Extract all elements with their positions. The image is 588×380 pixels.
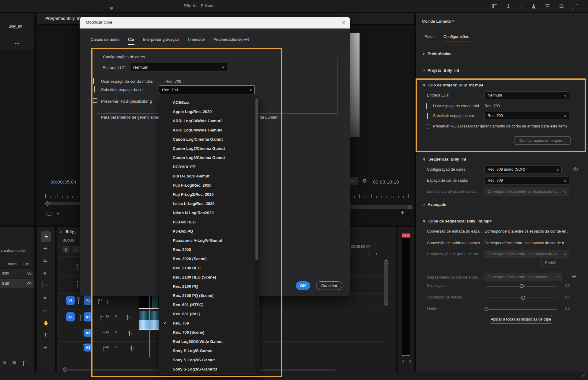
wrench-icon[interactable]: ⚙ (362, 178, 367, 184)
program-ruler-right[interactable] (347, 193, 411, 198)
timeline-vscrollbar[interactable] (384, 259, 388, 306)
table-row[interactable]: 0:00 00: (0, 279, 34, 288)
slip-tool[interactable]: ↔ (43, 282, 49, 288)
list-view-icon[interactable]: ▤ (2, 360, 6, 365)
option-dji-dlog[interactable]: DJI D-Log/D-Gamut (159, 171, 259, 180)
track-visibility-icon[interactable] (107, 299, 107, 305)
override-colorspace-radio[interactable] (427, 113, 428, 119)
option-fuji-flog2[interactable]: Fuji F-Log2/Rec. 2020 (159, 190, 259, 199)
option-nikon-nlog[interactable]: Nikon N-Log/Rec2020 (159, 208, 259, 217)
option-rec2020-scene[interactable]: Rec. 2020 (Scene) (159, 254, 259, 263)
threshold-slider-knob[interactable] (484, 307, 488, 311)
add-button-icon[interactable]: + (401, 209, 405, 217)
color-setup-dropdown[interactable]: Rec. 709 direto (SDR)∨ (484, 165, 562, 173)
option-acescct[interactable]: ACEScct (159, 98, 259, 107)
threshold-value[interactable]: 0,0 (560, 307, 570, 311)
option-dcdm-xyz[interactable]: DCDM X'Y'Z' (159, 162, 259, 171)
razor-tool[interactable]: ◈ (43, 270, 47, 276)
override-colorspace-radio[interactable] (94, 86, 95, 93)
override-colorspace-dropdown[interactable]: Rec. 709∨ (159, 86, 255, 94)
option-arri-logc4[interactable]: ARRI LogC4/Wide Gamut4 (159, 125, 259, 135)
voiceover-record-icon[interactable] (129, 330, 130, 336)
mute-button[interactable]: M (106, 330, 109, 334)
lut-dropdown[interactable]: Nenhum∨ (484, 91, 569, 99)
vscrollbar-knob-top[interactable] (384, 260, 388, 264)
mute-button[interactable]: M (106, 314, 109, 318)
voiceover-record-icon[interactable] (127, 314, 128, 320)
transform-tool[interactable]: ✛ (43, 345, 47, 350)
option-p3-d65-pq[interactable]: P3-D65 PQ (159, 226, 259, 236)
resize-grip[interactable] (582, 374, 586, 378)
timeline-timecode[interactable]: 00:00 (62, 238, 75, 243)
track-target-a2[interactable]: A2 (84, 329, 92, 337)
section-source-clip[interactable]: ∨Clip de origem: Billy_int.mp4 (423, 82, 483, 88)
section-advanced[interactable]: >Avançado (423, 202, 447, 207)
ok-button[interactable]: OK (296, 281, 310, 290)
ripple-edit-tool[interactable]: ⇆ (43, 258, 47, 264)
option-sony-slog2[interactable]: Sony S-Log2/S-Gamut (159, 355, 259, 364)
lut-dropdown[interactable]: Nenhum∨ (130, 63, 227, 71)
lock-icon[interactable] (80, 315, 81, 321)
option-rec601-pal[interactable]: Rec. 601 (PAL) (159, 309, 259, 318)
lock-icon[interactable] (77, 283, 78, 288)
pen-tool[interactable]: ✒ (43, 295, 47, 301)
source-patch-v1[interactable]: V1 (66, 296, 75, 305)
exposure-slider-knob[interactable] (520, 284, 524, 288)
meter-solo-labels[interactable]: S S (402, 359, 413, 363)
section-preferences[interactable]: >Preferências (423, 51, 451, 56)
option-rec2100-hlg-scene[interactable]: Rec. 2100 HLG (Scene) (159, 272, 259, 282)
track-target-a1[interactable]: A1 (84, 312, 92, 321)
lock-icon[interactable] (77, 265, 77, 271)
section-sequence-clip[interactable]: ∨Clipe de sequência: Billy_int.mp4 (423, 218, 492, 224)
tab-interpret-footage[interactable]: Interpretar gravação (143, 37, 179, 45)
fullscreen-icon[interactable]: ↗↙ (572, 4, 578, 9)
search-icon[interactable] (560, 4, 563, 8)
icon-view-icon[interactable]: ▦ (12, 360, 16, 365)
option-apple-log[interactable]: Apple Log/Rec. 2020 (159, 107, 259, 116)
tab-configuracoes[interactable]: Configurações (443, 34, 469, 39)
section-sequence[interactable]: ∨Seqüência: Billy_int (423, 156, 466, 162)
playhead[interactable] (149, 293, 150, 357)
program-scrollbar-left[interactable] (45, 202, 83, 205)
program-timecode-current[interactable]: 00:00:35:04 (51, 179, 77, 184)
tab-color[interactable]: Cor (128, 37, 134, 45)
preserve-rgb-checkbox[interactable] (93, 98, 97, 103)
safe-margins-icon[interactable] (47, 212, 51, 216)
panel-menu-icon[interactable]: ≡ (452, 19, 454, 24)
option-sony-slog[interactable]: Sony S-Log/S-Gamut (159, 346, 259, 355)
stacked-panels-icon[interactable]: ≡ (520, 4, 522, 9)
option-rec2100-pq-scene[interactable]: Rec. 2100 PQ (Scene) (159, 291, 259, 300)
vscrollbar-knob-bottom[interactable] (384, 301, 388, 305)
feedback-icon[interactable]: ••• (545, 4, 550, 8)
source-settings-button[interactable]: Configurações de origem... (514, 136, 571, 145)
option-canon-log2[interactable]: Canon Log2/Cinema Gamut (159, 144, 259, 153)
option-rec2100-pq[interactable]: Rec. 2100 PQ (159, 282, 259, 291)
track-target-v1[interactable]: V1 (84, 296, 92, 305)
solo-button[interactable]: S (115, 345, 117, 349)
option-red-log3g10[interactable]: Red Log3G10/Wide Gamut (159, 337, 259, 346)
hand-tool[interactable]: ✋ (43, 320, 49, 326)
dialog-titlebar[interactable]: Modificar clipe (80, 17, 350, 28)
tab-audio-channels[interactable]: Canais de áudio (91, 37, 119, 45)
option-arri-logc3[interactable]: ARRI LogC3/Wide Gamut3 (159, 116, 259, 125)
option-rec601-ntsc[interactable]: Rec. 601 (NTSC) (159, 300, 259, 309)
section-project[interactable]: >Projeto: Billy_int (423, 67, 459, 73)
selection-tool[interactable]: ➤ (41, 231, 51, 242)
solo-button[interactable]: S (115, 330, 117, 334)
option-leica-llog[interactable]: Leica L-Log/Rec. 2020 (159, 199, 259, 208)
output-space-dropdown[interactable]: Rec. 709∨ (484, 177, 569, 184)
option-sony-slog3[interactable]: Sony S-Log3/S-Gamut3 (159, 364, 259, 374)
timeline-settings-button[interactable]: ≣ (62, 246, 70, 253)
lock-icon[interactable] (82, 331, 82, 337)
type-tool[interactable]: T (44, 332, 47, 338)
highlight-saturation-value[interactable]: 0,5 (560, 295, 570, 299)
info-icon[interactable]: ⓘ (573, 166, 578, 172)
track-select-forward-tool[interactable]: ⇥ (43, 245, 47, 251)
scrollbar-knob[interactable] (408, 205, 412, 209)
scrollbar-knob[interactable] (45, 201, 50, 206)
close-icon[interactable]: × (342, 19, 345, 26)
option-fuji-flog[interactable]: Fuji F-Log/Rec. 2020 (159, 180, 259, 190)
override-colorspace-dropdown[interactable]: Rec. 709∨ (484, 112, 569, 120)
use-media-colorspace-radio[interactable] (426, 103, 427, 109)
dropdown-scrollbar-thumb[interactable] (255, 98, 258, 260)
